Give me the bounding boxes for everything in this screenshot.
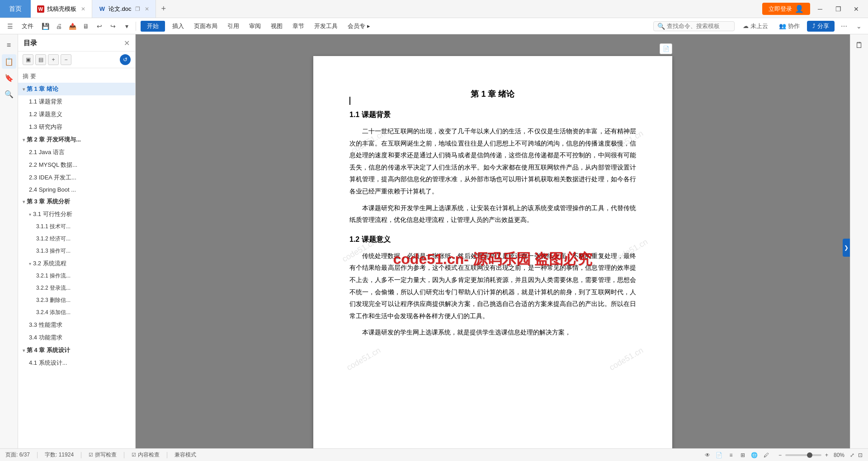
zoom-minus-button[interactable]: − [778,452,782,458]
toc-item-4-1[interactable]: 4.1 系统设计... [18,357,135,369]
collab-button[interactable]: 👥 协作 [775,21,803,32]
more-options-button[interactable]: ⋯ [838,21,850,31]
toc-toggle-3-2[interactable]: ▾ [29,261,31,266]
screen-icon[interactable]: 🖥 [80,20,92,33]
undo-icon[interactable]: ↩ [93,20,106,33]
menu-file[interactable]: 文件 [17,20,38,32]
toc-toggle-ch2[interactable]: ▾ [23,137,25,142]
document-area[interactable]: 📄 code51.cn code51.cn code51.cn code51.c… [136,34,850,461]
toc-toggle-ch1[interactable]: ▾ [23,87,25,92]
toc-toggle-ch3[interactable]: ▾ [23,199,25,204]
toc-toggle-ch4[interactable]: ▾ [23,348,25,353]
minimize-button[interactable]: ─ [812,2,828,16]
menu-insert[interactable]: 插入 [168,20,189,32]
web-view-icon[interactable]: 🌐 [750,450,760,460]
toc-item-ch3[interactable]: ▾ 第 3 章 系统分析 [18,195,135,208]
toc-item-3-1[interactable]: ▾ 3.1 可行性分析 [18,208,135,221]
search-box[interactable]: 🔍 [653,21,735,31]
menu-devtools[interactable]: 开发工具 [310,20,342,32]
add-tab-button[interactable]: + [156,0,172,18]
export-icon[interactable]: 📤 [66,20,79,33]
toc-item-3-2-3[interactable]: 3.2.3 删除信... [18,294,135,306]
toc-item-3-3[interactable]: 3.3 性能需求 [18,319,135,331]
save-icon[interactable]: 💾 [39,20,52,33]
toc-panel: 目录 ✕ ▣ ▤ + − ↺ 摘 要 ▾ 第 1 章 绪论 1.1 课题背景 1… [18,34,136,461]
close-button[interactable]: ✕ [848,2,864,16]
tab-wps-close[interactable]: ✕ [81,6,85,12]
toc-item-3-1-2[interactable]: 3.1.2 经济可... [18,233,135,245]
sidebar-search-icon[interactable]: 🔍 [2,87,16,101]
menu-toggle[interactable]: ☰ [4,20,16,33]
toc-item-1-1[interactable]: 1.1 课题背景 [18,95,135,108]
sidebar-nav-icon[interactable]: ≡ [2,38,16,52]
fullscreen-button[interactable]: ⤢ [850,452,854,458]
toc-item-ch2[interactable]: ▾ 第 2 章 开发环境与... [18,133,135,146]
menu-view[interactable]: 视图 [266,20,287,32]
menu-review[interactable]: 审阅 [245,20,265,32]
page-view-icon[interactable]: 📄 [714,450,724,460]
menu-layout[interactable]: 页面布局 [189,20,222,32]
login-button[interactable]: 立即登录 👤 [762,3,810,15]
toc-item-2-2[interactable]: 2.2 MYSQL 数据... [18,159,135,171]
list-view-icon[interactable]: ≡ [726,450,736,460]
toc-item-3-2[interactable]: ▾ 3.2 系统流程 [18,257,135,270]
tab-wps[interactable]: W 找稿壳模板 ✕ [31,0,92,18]
zoom-fit-button[interactable]: ⊡ [858,452,863,458]
toc-content[interactable]: 摘 要 ▾ 第 1 章 绪论 1.1 课题背景 1.2 课题意义 1.3 研究内… [18,68,135,461]
toc-item-ch4[interactable]: ▾ 第 4 章 系统设计 [18,344,135,357]
spell-check-area[interactable]: ☑ 拼写检查 [89,451,117,459]
toc-item-3-1-3[interactable]: 3.1.3 操作可... [18,245,135,257]
toc-expand-all[interactable]: ▣ [23,54,33,65]
zoom-thumb[interactable] [807,452,812,458]
read-view-icon[interactable]: 👁 [703,450,712,460]
zoom-slider[interactable] [785,454,821,456]
highlight-icon[interactable]: 🖊 [761,450,771,460]
maximize-button[interactable]: ❐ [830,2,846,16]
toc-item-2-3[interactable]: 2.3 IDEA 开发工... [18,171,135,184]
word-count: 字数: 11924 [45,451,74,459]
toc-item-3-2-2[interactable]: 3.2.2 登录流... [18,282,135,294]
toc-toggle-3-1[interactable]: ▾ [29,212,31,217]
toc-add-section[interactable]: + [48,54,59,65]
spell-check-checkbox[interactable]: ☑ [89,452,93,458]
search-input[interactable] [667,23,726,29]
toc-item-1-2[interactable]: 1.2 课题意义 [18,108,135,121]
toc-item-3-4[interactable]: 3.4 功能需求 [18,331,135,344]
toc-item-3-2-1[interactable]: 3.2.1 操作流... [18,270,135,282]
menu-chapter[interactable]: 章节 [288,20,309,32]
sidebar-bookmark-icon[interactable]: 🔖 [2,71,16,85]
toc-refresh-button[interactable]: ↺ [120,54,131,65]
expand-button[interactable]: ⌄ [854,21,864,31]
more-icon[interactable]: ▾ [120,20,133,33]
redo-icon[interactable]: ↪ [107,20,119,33]
right-panel-toggle[interactable]: ❯ [843,239,850,257]
content-check-area[interactable]: ☑ 内容检查 [132,451,160,459]
toc-item-summary[interactable]: 摘 要 [18,70,135,83]
toc-item-2-4[interactable]: 2.4 Spring Boot ... [18,184,135,195]
toc-collapse-all[interactable]: ▤ [35,54,46,65]
toc-remove-section[interactable]: − [61,54,71,65]
grid-view-icon[interactable]: ⊞ [738,450,748,460]
toc-item-ch1[interactable]: ▾ 第 1 章 绪论 [18,83,135,95]
tab-word-close[interactable]: ✕ [145,6,149,12]
home-tab[interactable]: 首页 [0,0,31,18]
toc-item-1-3[interactable]: 1.3 研究内容 [18,121,135,133]
content-check-checkbox[interactable]: ☑ [132,452,136,458]
print-icon[interactable]: 🖨 [52,20,65,33]
toc-close-button[interactable]: ✕ [124,39,130,47]
cloud-save-button[interactable]: ☁ 未上云 [739,21,772,32]
doc-icon-btn[interactable]: 📄 [660,43,672,54]
tab-word[interactable]: W 论文.doc ❐ ✕ [92,0,156,18]
watermark-5: code51.cn [345,346,382,373]
restore-icon[interactable]: ❐ [135,6,140,12]
menu-reference[interactable]: 引用 [223,20,244,32]
right-comment-icon[interactable]: 🗒 [852,38,867,52]
start-button[interactable]: 开始 [141,21,165,32]
toc-item-3-1-1[interactable]: 3.1.1 技术可... [18,221,135,233]
share-button[interactable]: ⤴ 分享 [807,21,835,32]
toc-item-3-2-4[interactable]: 3.2.4 添加信... [18,306,135,319]
menu-vip[interactable]: 会员专 ▸ [343,20,375,32]
zoom-plus-button[interactable]: + [825,452,828,458]
sidebar-toc-icon[interactable]: 📋 [2,54,16,69]
toc-item-2-1[interactable]: 2.1 Java 语言 [18,146,135,159]
